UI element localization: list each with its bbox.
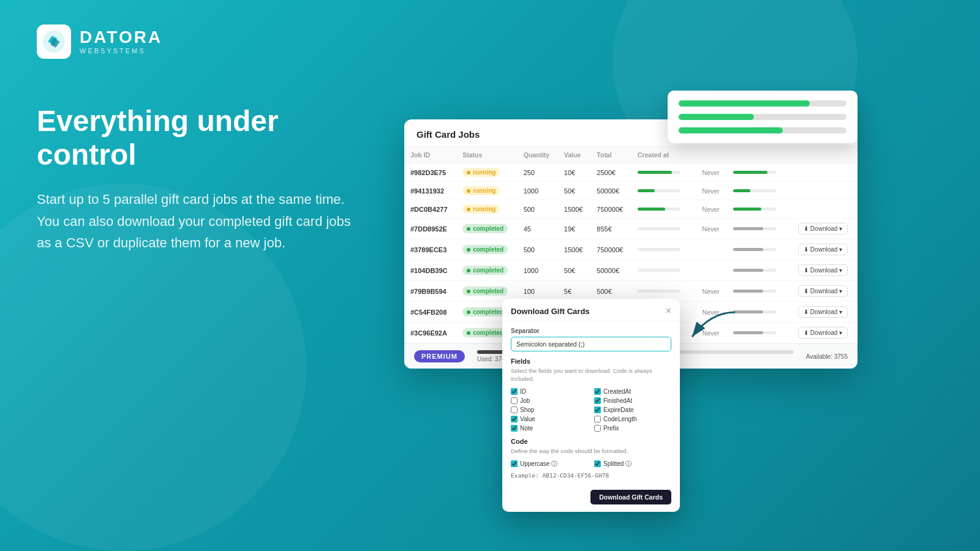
checkbox-prefix[interactable]: Prefix — [594, 425, 671, 432]
checkbox-shop[interactable]: Shop — [511, 407, 588, 413]
download-btn[interactable]: ⬇ Download ▾ — [798, 306, 848, 318]
modal-footer: Download Gift Cards — [502, 485, 680, 512]
checkbox-finishedat[interactable]: FinishedAt — [594, 397, 671, 404]
cell-job-id: #3C96E92A — [404, 323, 456, 343]
cell-never — [696, 260, 728, 281]
separator-select[interactable]: Semicolon separated (;) Comma separated … — [511, 337, 671, 351]
cell-progress-bar — [727, 200, 792, 219]
checkbox-expiredate[interactable]: ExpireDate — [594, 407, 671, 413]
download-btn[interactable]: ⬇ Download ▾ — [798, 244, 848, 255]
available-text: Available: 3755 — [806, 353, 848, 360]
progress-row-2 — [679, 114, 846, 120]
table-header-row: Job ID Status Quantity Value Total Creat… — [404, 147, 858, 163]
cell-created — [631, 219, 696, 239]
cell-total: 750000€ — [590, 200, 631, 219]
cell-action[interactable]: ⬇ Download ▾ — [792, 219, 858, 239]
table-row: #104DB39C completed 1000 50€ 50000€ ⬇ Do… — [404, 260, 858, 281]
cell-action[interactable]: ⬇ Download ▾ — [792, 281, 858, 302]
premium-badge: PREMIUM — [414, 350, 465, 362]
cell-job-id: #104DB39C — [404, 260, 456, 281]
cell-total: 50000€ — [590, 260, 631, 281]
cell-total: 750000€ — [590, 239, 631, 260]
hero-content: Everything under control Start up to 5 p… — [37, 104, 368, 253]
cell-total: 855€ — [590, 219, 631, 239]
cell-value: 50€ — [558, 260, 591, 281]
cell-never: Never — [696, 302, 728, 323]
cell-action[interactable]: ⬇ Download ▾ — [792, 323, 858, 343]
logo-text: DATORA WEBSYSTEMS — [80, 29, 162, 54]
cell-action[interactable]: ⬇ Download ▾ — [792, 239, 858, 260]
cell-quantity: 1000 — [518, 260, 558, 281]
cell-value: 1500€ — [558, 200, 591, 219]
cell-created — [631, 260, 696, 281]
cell-job-id: #7DD8952E — [404, 219, 456, 239]
description: Start up to 5 parallel gift card jobs at… — [37, 189, 368, 253]
checkbox-createdat[interactable]: CreatedAt — [594, 388, 671, 395]
cell-quantity: 45 — [518, 219, 558, 239]
cell-never: Never — [696, 219, 728, 239]
download-btn[interactable]: ⬇ Download ▾ — [798, 285, 848, 297]
status-dot — [467, 189, 470, 193]
status-dot — [467, 331, 470, 335]
fields-desc: Select the fields you want to download. … — [511, 367, 671, 383]
download-btn[interactable]: ⬇ Download ▾ — [798, 327, 848, 339]
table-row: #94131932 running 1000 50€ 50000€ Never — [404, 182, 858, 200]
cell-progress-bar — [727, 182, 792, 200]
download-button[interactable]: Download Gift Cards — [590, 490, 671, 504]
code-section: Code Define the way the code should be f… — [511, 438, 671, 479]
cell-status: completed — [456, 239, 517, 260]
download-btn[interactable]: ⬇ Download ▾ — [798, 264, 848, 276]
checkbox-value[interactable]: Value — [511, 416, 588, 422]
cell-never: Never — [696, 323, 728, 343]
logo-icon — [37, 24, 71, 59]
cell-progress-bar — [727, 260, 792, 281]
col-never — [696, 147, 728, 163]
checkbox-codelength[interactable]: CodeLength — [594, 416, 671, 422]
status-dot — [467, 310, 470, 314]
modal-close-button[interactable]: × — [666, 306, 671, 316]
code-title: Code — [511, 438, 671, 445]
modal-title: Download Gift Cards — [511, 307, 590, 316]
cell-status: running — [456, 200, 517, 219]
modal-header: Download Gift Cards × — [502, 299, 680, 321]
table-row: #DC0B4277 running 500 1500€ 750000€ Neve… — [404, 200, 858, 219]
code-example: Example: AB12-CD34-EF56-GH78 — [511, 472, 671, 479]
separator-label: Separator — [511, 328, 671, 334]
checkbox-note[interactable]: Note — [511, 425, 588, 432]
cell-created — [631, 239, 696, 260]
cell-job-id: #982D3E75 — [404, 163, 456, 182]
code-checkbox-grid: Uppercase ⓘ Splitted ⓘ — [511, 460, 671, 468]
status-dot — [467, 171, 470, 174]
cell-action[interactable]: ⬇ Download ▾ — [792, 302, 858, 323]
cell-never: Never — [696, 200, 728, 219]
cell-progress-bar — [727, 219, 792, 239]
download-btn[interactable]: ⬇ Download ▾ — [798, 223, 848, 234]
progress-fill-2 — [679, 114, 754, 120]
cell-job-id: #3789ECE3 — [404, 239, 456, 260]
checkbox-job[interactable]: Job — [511, 397, 588, 404]
checkbox-id[interactable]: ID — [511, 388, 588, 395]
table-row: #3789ECE3 completed 500 1500€ 750000€ ⬇ … — [404, 239, 858, 260]
cell-action[interactable]: ⬇ Download ▾ — [792, 260, 858, 281]
cell-progress-bar — [727, 323, 792, 343]
checkbox-splitted[interactable]: Splitted ⓘ — [594, 460, 671, 468]
table-row: #982D3E75 running 250 10€ 2500€ Never — [404, 163, 858, 182]
card-title: Gift Card Jobs — [417, 129, 480, 140]
col-job-id: Job ID — [404, 147, 456, 163]
status-dot — [467, 269, 470, 272]
cell-never: Never — [696, 182, 728, 200]
cell-never — [696, 239, 728, 260]
cell-quantity: 250 — [518, 163, 558, 182]
cell-job-id: #C54FB208 — [404, 302, 456, 323]
cell-progress-bar — [727, 302, 792, 323]
cell-total: 50000€ — [590, 182, 631, 200]
code-desc: Define the way the code should be format… — [511, 447, 671, 455]
cell-action — [792, 163, 858, 182]
cell-progress-bar — [727, 163, 792, 182]
checkbox-uppercase[interactable]: Uppercase ⓘ — [511, 460, 588, 468]
logo-name: DATORA — [80, 29, 162, 46]
col-progress — [727, 147, 792, 163]
progress-row-3 — [679, 127, 846, 133]
status-dot — [467, 290, 470, 293]
progress-row-1 — [679, 100, 846, 107]
